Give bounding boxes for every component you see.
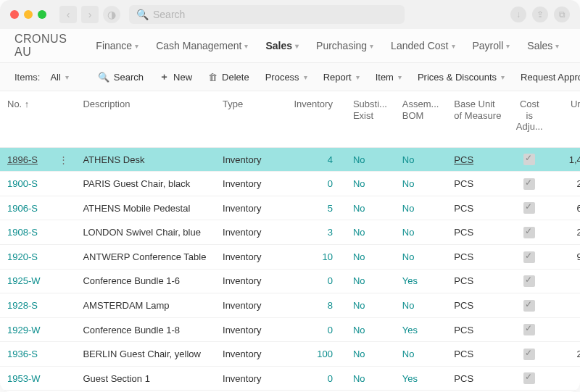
cell-assembly-bom[interactable]: Yes — [395, 269, 447, 293]
table-row[interactable]: 1900-SPARIS Guest Chair, blackInventory0… — [0, 172, 580, 196]
row-actions[interactable] — [51, 293, 75, 318]
cell-substitute-exist[interactable]: No — [346, 269, 395, 293]
cell-no[interactable]: 1896-S — [0, 147, 51, 172]
cell-cost-adjusted[interactable] — [508, 317, 550, 342]
col-no[interactable]: No. ↑ — [0, 91, 51, 147]
cell-cost-adjusted[interactable] — [508, 293, 550, 318]
nav-tab-sales[interactable]: Sales▾ — [520, 36, 566, 56]
cell-no[interactable]: 1929-W — [0, 317, 51, 342]
nav-tab-sales[interactable]: Sales▾ — [258, 36, 306, 56]
cell-cost-adjusted[interactable] — [508, 342, 550, 367]
cell-cost-adjusted[interactable] — [508, 366, 550, 391]
cell-cost-adjusted[interactable] — [508, 172, 550, 196]
row-actions[interactable]: ⋮ — [51, 147, 75, 172]
shield-icon[interactable]: ◑ — [103, 6, 120, 23]
cell-substitute-exist[interactable]: No — [346, 147, 395, 172]
copy-icon[interactable]: ⧉ — [554, 7, 570, 22]
minimize-window[interactable] — [24, 10, 33, 19]
cell-substitute-exist[interactable]: No — [346, 245, 395, 270]
nav-tab-landed-cost[interactable]: Landed Cost▾ — [384, 36, 462, 56]
report-menu[interactable]: Report ▾ — [318, 69, 365, 86]
cell-no[interactable]: 1920-S — [0, 245, 51, 270]
cell-inventory[interactable]: 8 — [286, 293, 346, 318]
row-actions[interactable] — [51, 342, 75, 367]
cell-no[interactable]: 1936-S — [0, 342, 51, 367]
row-actions[interactable] — [51, 317, 75, 342]
col-type[interactable]: Type — [215, 91, 286, 147]
new-button[interactable]: ＋ New — [154, 67, 198, 86]
cell-no[interactable]: 1908-S — [0, 220, 51, 245]
cell-assembly-bom[interactable]: No — [395, 196, 447, 220]
col-description[interactable]: Description — [75, 91, 215, 147]
cell-cost-adjusted[interactable] — [508, 147, 550, 172]
col-base-unit[interactable]: Base Unit of Measure — [447, 91, 508, 147]
cell-cost-adjusted[interactable] — [508, 220, 550, 245]
cell-inventory[interactable]: 100 — [286, 342, 346, 367]
cell-inventory[interactable]: 0 — [286, 317, 346, 342]
forward-button[interactable]: › — [81, 6, 99, 23]
table-row[interactable]: 1953-WGuest Section 1Inventory0NoYesPCS — [0, 366, 580, 391]
nav-tab-cash-management[interactable]: Cash Management▾ — [149, 36, 255, 56]
table-row[interactable]: 1925-WConference Bundle 1-6Inventory0NoY… — [0, 269, 580, 293]
share-icon[interactable]: ⇪ — [532, 7, 548, 22]
cell-assembly-bom[interactable]: No — [395, 147, 447, 172]
row-actions[interactable] — [51, 245, 75, 270]
col-cost-adjusted[interactable]: Cost is Adju... — [508, 91, 550, 147]
cell-inventory[interactable]: 0 — [286, 269, 346, 293]
item-menu[interactable]: Item ▾ — [370, 69, 407, 86]
back-button[interactable]: ‹ — [59, 6, 77, 23]
col-substitute[interactable]: Substi... Exist — [346, 91, 395, 147]
table-row[interactable]: 1936-SBERLIN Guest Chair, yellowInventor… — [0, 342, 580, 367]
cell-substitute-exist[interactable]: No — [346, 196, 395, 220]
cell-substitute-exist[interactable]: No — [346, 317, 395, 342]
cell-cost-adjusted[interactable] — [508, 196, 550, 220]
delete-button[interactable]: 🗑 Delete — [202, 69, 255, 86]
request-approval[interactable]: Request Approv — [515, 69, 580, 86]
row-actions[interactable] — [51, 269, 75, 293]
nav-tab-purchasing[interactable]: Purchasing▾ — [309, 36, 381, 56]
col-unit[interactable]: Unit — [550, 91, 580, 147]
cell-assembly-bom[interactable]: No — [395, 293, 447, 318]
cell-inventory[interactable]: 0 — [286, 172, 346, 196]
cell-cost-adjusted[interactable] — [508, 245, 550, 270]
cell-substitute-exist[interactable]: No — [346, 342, 395, 367]
table-row[interactable]: 1929-WConference Bundle 1-8Inventory0NoY… — [0, 317, 580, 342]
process-menu[interactable]: Process ▾ — [260, 69, 313, 86]
table-row[interactable]: 1920-SANTWERP Conference TableInventory1… — [0, 245, 580, 270]
cell-assembly-bom[interactable]: No — [395, 245, 447, 270]
row-actions[interactable] — [51, 220, 75, 245]
cell-no[interactable]: 1925-W — [0, 269, 51, 293]
nav-tab-payroll[interactable]: Payroll▾ — [465, 36, 518, 56]
table-row[interactable]: 1896-S⋮ATHENS DeskInventory4NoNoPCS1,47 — [0, 147, 580, 172]
cell-inventory[interactable]: 10 — [286, 245, 346, 270]
maximize-window[interactable] — [38, 10, 46, 19]
download-icon[interactable]: ↓ — [510, 7, 526, 22]
table-row[interactable]: 1928-SAMSTERDAM LampInventory8NoNoPCS8 — [0, 293, 580, 318]
cell-substitute-exist[interactable]: No — [346, 293, 395, 318]
cell-inventory[interactable]: 3 — [286, 220, 346, 245]
table-row[interactable]: 1906-SATHENS Mobile PedestalInventory5No… — [0, 196, 580, 220]
cell-no[interactable]: 1906-S — [0, 196, 51, 220]
row-actions[interactable] — [51, 172, 75, 196]
cell-inventory[interactable]: 0 — [286, 366, 346, 391]
cell-assembly-bom[interactable]: No — [395, 220, 447, 245]
col-inventory[interactable]: Inventory — [286, 91, 346, 147]
row-actions[interactable] — [51, 366, 75, 391]
cell-no[interactable]: 1928-S — [0, 293, 51, 318]
prices-menu[interactable]: Prices & Discounts ▾ — [412, 69, 510, 86]
cell-inventory[interactable]: 4 — [286, 147, 346, 172]
cell-substitute-exist[interactable]: No — [346, 172, 395, 196]
cell-inventory[interactable]: 5 — [286, 196, 346, 220]
cell-substitute-exist[interactable]: No — [346, 366, 395, 391]
row-actions[interactable] — [51, 196, 75, 220]
table-row[interactable]: 1908-SLONDON Swivel Chair, blueInventory… — [0, 220, 580, 245]
close-window[interactable] — [10, 10, 19, 19]
cell-assembly-bom[interactable]: Yes — [395, 366, 447, 391]
cell-assembly-bom[interactable]: Yes — [395, 317, 447, 342]
cell-assembly-bom[interactable]: No — [395, 172, 447, 196]
search-button[interactable]: 🔍 Search — [92, 69, 149, 86]
cell-no[interactable]: 1900-S — [0, 172, 51, 196]
cell-assembly-bom[interactable]: No — [395, 342, 447, 367]
nav-tab-finance[interactable]: Finance▾ — [88, 36, 146, 56]
cell-no[interactable]: 1953-W — [0, 366, 51, 391]
